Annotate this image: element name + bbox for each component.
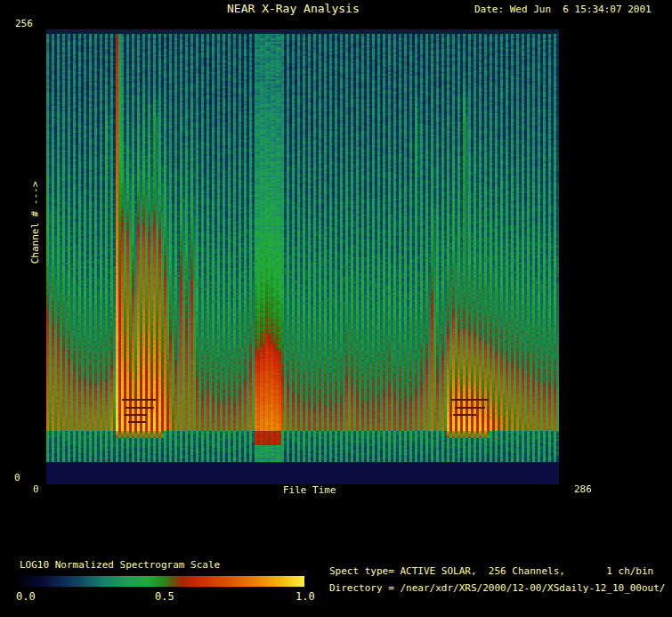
x-axis-label: File Time [283,485,336,495]
colorbar [20,576,304,587]
directory-label: Directory = /near/xdr/XRS/2000/12-00/XSd… [329,583,666,593]
x-axis-min-label: 0 [33,484,39,494]
app-title: NEAR X-Ray Analysis [227,3,360,14]
legend-title: LOG10 Normalized Spectrogram Scale [20,560,220,570]
y-axis-label: Channel # ---> [29,182,41,264]
spect-type-label: Spect type= ACTIVE SOLAR, 256 Channels, … [329,566,653,576]
colorbar-tick-low: 0.0 [16,591,36,602]
colorbar-tick-mid: 0.5 [155,591,174,602]
date-label: Date: Wed Jun 6 15:34:07 2001 [474,4,652,14]
colorbar-tick-high: 1.0 [296,591,315,602]
app-window: { "window": {"background": "#000000"}, "… [0,0,672,617]
x-axis-max-label: 286 [574,484,592,494]
spectrogram-canvas [46,29,559,484]
y-axis-min-label: 0 [14,473,20,483]
y-axis-max-label: 256 [15,19,33,28]
